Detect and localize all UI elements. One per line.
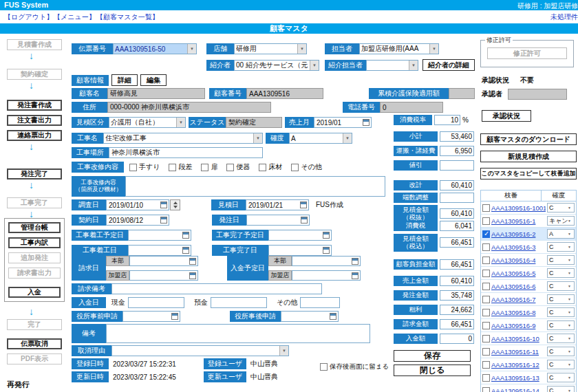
bank-field[interactable] (211, 297, 267, 308)
referrer-detail-button[interactable]: 紹介者の詳細 (422, 59, 475, 71)
edaban-row-link[interactable]: AAA1309516-9 (491, 322, 546, 329)
sales-month-field[interactable]: 2019/01 (314, 117, 372, 128)
edaban-row-checkbox[interactable] (482, 374, 490, 382)
edaban-row-link[interactable]: AAA1309516-6 (491, 283, 546, 290)
edaban-kakudo-select[interactable]: C▼ (547, 281, 575, 291)
spinner-control[interactable] (170, 199, 180, 210)
edaban-kakudo-select[interactable]: C▼ (547, 268, 575, 278)
edaban-kakudo-select[interactable]: C▼ (547, 242, 575, 252)
probability-select[interactable]: A▼ (289, 133, 352, 144)
stay-on-screen-checkbox[interactable]: 保存後画面に留まる (320, 362, 389, 371)
edaban-row-link[interactable]: AAA1309516-1001 (491, 204, 546, 212)
edaban-row-checkbox[interactable] (482, 230, 490, 238)
work-place-field[interactable]: 神奈川県横浜市 (109, 147, 263, 158)
sidebar-btn-deposit[interactable]: 入金 (8, 287, 61, 298)
quote-date-field[interactable]: 2019/01/21 (246, 199, 309, 210)
edaban-row-checkbox[interactable] (482, 348, 490, 356)
edaban-row-link[interactable]: AAA1309516-2 (491, 230, 546, 238)
calendar-icon[interactable] (300, 202, 307, 208)
edaban-row-checkbox[interactable] (482, 335, 490, 342)
edaban-row-checkbox[interactable] (482, 270, 490, 277)
edaban-row-checkbox[interactable] (482, 217, 490, 225)
sidebar-btn-slip-cancel[interactable]: 伝票取消 (7, 338, 62, 349)
edaban-kakudo-select[interactable]: C▼ (547, 203, 575, 213)
sidebar-btn-work-detail[interactable]: 工事内訳 (8, 237, 61, 248)
calendar-icon[interactable] (363, 119, 370, 126)
edaban-kakudo-select[interactable]: C▼ (547, 255, 575, 265)
calendar-icon[interactable] (301, 217, 308, 224)
edaban-kakudo-select[interactable]: C▼ (547, 386, 575, 392)
survey-date-field[interactable]: 2019/01/10 (106, 199, 169, 210)
end-date-field[interactable] (268, 245, 332, 256)
edaban-row-checkbox[interactable] (482, 204, 490, 212)
edaban-kakudo-select[interactable]: C▼ (547, 334, 575, 343)
edaban-row-checkbox[interactable] (482, 361, 490, 369)
calendar-icon[interactable] (182, 232, 189, 239)
edaban-row-link[interactable]: AAA1309516-12 (491, 361, 546, 369)
referrer-staff-select[interactable]: ▼ (366, 60, 418, 71)
approval-status-button[interactable]: 承認状況 (482, 110, 531, 122)
sidebar-btn-order-print[interactable]: 注文書出力 (7, 115, 62, 126)
contract-date-field[interactable]: 2019/08/12 (106, 215, 169, 226)
note-textarea[interactable] (106, 324, 370, 343)
other-field[interactable] (300, 297, 340, 308)
edaban-row-link[interactable]: AAA1309516-10 (491, 335, 546, 342)
sidebar-btn-order-complete[interactable]: 発注完了 (7, 168, 62, 179)
edaban-row-link[interactable]: AAA1309516-5 (491, 270, 546, 277)
edaban-row-link[interactable]: AAA1309516-8 (491, 309, 546, 316)
logout-link[interactable]: 【ログアウト】 (4, 12, 53, 22)
office-pre-field[interactable] (122, 311, 180, 322)
edaban-row-link[interactable]: AAA1309516-4 (491, 257, 546, 264)
detail-button[interactable]: 詳細 (111, 74, 138, 86)
calendar-icon[interactable] (189, 272, 196, 279)
edaban-row-checkbox[interactable] (482, 243, 490, 251)
slip-number-select[interactable]: AAA1309516-50▼ (113, 43, 197, 54)
billing-member-date-field[interactable] (129, 270, 198, 281)
edaban-row-checkbox[interactable] (482, 283, 490, 290)
edaban-row-checkbox[interactable] (482, 257, 490, 264)
edaban-kakudo-select[interactable]: キャンセル▼ (547, 216, 575, 226)
close-button[interactable]: 閉じる (394, 364, 471, 376)
deposit-member-date-field[interactable] (292, 270, 361, 281)
edaban-row-checkbox[interactable] (482, 387, 490, 392)
edaban-row-link[interactable]: AAA1309516-13 (491, 374, 546, 382)
billing-note-field[interactable] (111, 283, 322, 294)
calendar-icon[interactable] (182, 247, 189, 254)
edaban-row-checkbox[interactable] (482, 309, 490, 316)
calendar-icon[interactable] (160, 202, 167, 208)
edaban-kakudo-select[interactable]: C▼ (547, 320, 575, 330)
customer-list-link[interactable]: 【顧客マスタ一覧】 (96, 12, 159, 22)
calendar-icon[interactable] (323, 247, 330, 254)
start-date-field[interactable] (128, 245, 191, 256)
calendar-icon[interactable] (160, 217, 167, 224)
edaban-row-link[interactable]: AAA1309516-1 (491, 217, 546, 225)
edaban-kakudo-select[interactable]: A▼ (547, 229, 575, 239)
renovation-option-toilet[interactable]: 便器 (226, 162, 250, 172)
save-button[interactable]: 保存 (394, 350, 471, 362)
order-date-field[interactable] (246, 215, 310, 226)
work-name-select[interactable]: 住宅改修工事▼ (103, 133, 263, 144)
edaban-row-link[interactable]: AAA1309516-11 (491, 348, 546, 356)
referrer-select[interactable]: 00 紹介先サービス（元▼ (234, 60, 319, 71)
calendar-icon[interactable] (352, 258, 358, 265)
start-plan-field[interactable] (128, 230, 191, 241)
edaban-row-checkbox[interactable] (482, 296, 490, 303)
quote-type-select[interactable]: 介護用（自社）▼ (109, 117, 186, 128)
sidebar-btn-ledger[interactable]: 管理台帳 (8, 222, 61, 233)
calendar-icon[interactable] (352, 272, 358, 279)
office-post-field[interactable] (281, 311, 339, 322)
renovation-option-door[interactable]: 扉 (201, 162, 217, 172)
edaban-kakudo-select[interactable]: C▼ (547, 347, 575, 356)
new-quote-button[interactable]: 新規見積作成 (480, 151, 577, 162)
cancel-reason-select[interactable]: ▼ (111, 345, 289, 356)
edaban-row-link[interactable]: AAA1309516-14 (491, 387, 546, 392)
edaban-kakudo-select[interactable]: C▼ (547, 307, 575, 317)
edaban-row-link[interactable]: AAA1309516-7 (491, 296, 546, 303)
edaban-kakudo-select[interactable]: C▼ (547, 373, 575, 382)
sidebar-btn-contact-sheet[interactable]: 連絡票出力 (7, 130, 62, 141)
menu-link[interactable]: 【メニュー】 (54, 12, 96, 22)
reissue-button[interactable]: 再発行 (7, 380, 30, 390)
sidebar-btn-order-create[interactable]: 発注書作成 (7, 100, 62, 111)
store-select[interactable]: 研修用▼ (234, 43, 307, 54)
renovation-option-other[interactable]: その他 (291, 162, 321, 172)
